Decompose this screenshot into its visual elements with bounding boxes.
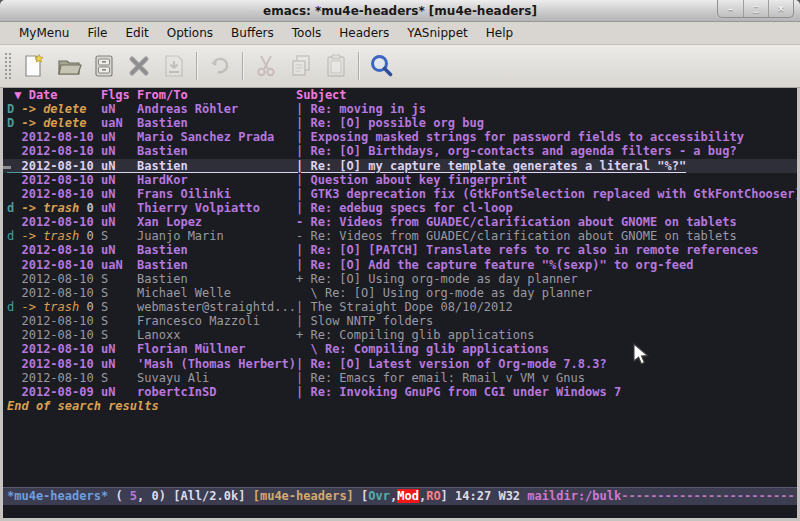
close-buffer-button[interactable] xyxy=(121,49,156,83)
modeline-segment: ( xyxy=(108,489,130,503)
paste-icon xyxy=(323,53,349,79)
menu-edit[interactable]: Edit xyxy=(117,23,158,43)
copy-button[interactable] xyxy=(283,49,318,83)
menu-buffers[interactable]: Buffers xyxy=(222,23,283,43)
message-row[interactable]: 2012-08-10 uN Bastien | Re: [O] [PATCH] … xyxy=(3,243,797,257)
menu-help[interactable]: Help xyxy=(477,23,522,43)
message-row[interactable]: 2012-08-10 uN Frans Oilinki | GTK3 depre… xyxy=(3,187,797,201)
message-row[interactable]: 2012-08-10 uN Florian Müllner \ Re: Comp… xyxy=(3,342,797,356)
save-as-button[interactable] xyxy=(156,49,191,83)
modeline-segment: 14:27 W32 xyxy=(455,489,527,503)
message-row[interactable]: D -> delete uaN Bastien | Re: [O] possib… xyxy=(3,116,797,130)
toolbar-separator xyxy=(196,52,197,80)
message-row[interactable]: 2012-08-10 S Michael Welle \ Re: [O] Usi… xyxy=(3,286,797,300)
message-row[interactable]: 2012-08-10 uN Bastien | Re: [O] my captu… xyxy=(3,159,797,173)
emacs-window: emacs: *mu4e-headers* [mu4e-headers] – ◻… xyxy=(0,0,800,521)
modeline-segment: ------------------------ xyxy=(621,489,794,503)
menu-mymenu[interactable]: MyMenu xyxy=(10,23,78,43)
open-folder-icon xyxy=(56,53,82,79)
fringe-indicator xyxy=(3,166,11,169)
menu-headers[interactable]: Headers xyxy=(330,23,398,43)
message-row[interactable]: 2012-08-10 uN 'Mash (Thomas Herbert)| Re… xyxy=(3,357,797,371)
message-row[interactable]: 2012-08-10 S Bastien + Re: [O] Using org… xyxy=(3,272,797,286)
echo-area[interactable] xyxy=(3,505,797,518)
message-row[interactable]: 2012-08-10 S Francesco Mazzoli | Slow NN… xyxy=(3,314,797,328)
menu-tools[interactable]: Tools xyxy=(283,23,331,43)
window-title: emacs: *mu4e-headers* [mu4e-headers] xyxy=(263,4,537,18)
message-row[interactable]: d -> trash 0 uN Thierry Volpiatto | Re: … xyxy=(3,201,797,215)
message-row[interactable]: 2012-08-10 uN Bastien | Re: [O] Birthday… xyxy=(3,144,797,158)
message-row[interactable]: 2012-08-10 uaN Bastien | Re: [O] Add the… xyxy=(3,258,797,272)
cut-icon xyxy=(253,53,279,79)
undo-button[interactable] xyxy=(202,49,237,83)
menu-file[interactable]: File xyxy=(78,23,116,43)
menu-options[interactable]: Options xyxy=(158,23,222,43)
paste-button[interactable] xyxy=(318,49,353,83)
modeline-segment: 0 xyxy=(152,489,159,503)
message-row[interactable]: 2012-08-10 uN Mario Sanchez Prada | Expo… xyxy=(3,130,797,144)
toolbar-separator xyxy=(358,52,359,80)
new-document-button[interactable] xyxy=(16,49,51,83)
modeline-segment: RO xyxy=(426,489,440,503)
message-row[interactable]: d -> trash 0 S Juanjo Marin - Re: Videos… xyxy=(3,229,797,243)
headers-buffer: ▼ Date Flgs From/To Subject D -> delete … xyxy=(3,88,797,487)
toolbar xyxy=(0,45,800,88)
modeline-segment: [All/2.0k] xyxy=(173,489,252,503)
window-controls: – ◻ ✕ xyxy=(717,0,794,18)
menu-bar: MyMenuFileEditOptionsBuffersToolsHeaders… xyxy=(0,22,800,45)
message-row[interactable]: D -> delete uN Andreas Röhler | Re: movi… xyxy=(3,102,797,116)
message-row[interactable]: 2012-08-09 uN robertcInSD | Re: Invoking… xyxy=(3,385,797,399)
close-button[interactable]: ✕ xyxy=(768,0,793,17)
modeline-segment: , xyxy=(137,489,151,503)
toolbar-grip[interactable] xyxy=(3,51,12,81)
message-row[interactable]: d -> trash 0 S webmaster@straightd...| T… xyxy=(3,300,797,314)
message-row[interactable]: 2012-08-10 S Suvayu Ali | Re: Emacs for … xyxy=(3,371,797,385)
message-row[interactable]: 2012-08-10 S Lanoxx + Re: Compiling glib… xyxy=(3,328,797,342)
message-list: D -> delete uN Andreas Röhler | Re: movi… xyxy=(3,102,797,399)
save-buffer-button[interactable] xyxy=(86,49,121,83)
modeline-segment: maildir:/bulk xyxy=(527,489,621,503)
close-buffer-icon xyxy=(126,53,152,79)
modeline-segment: 5 xyxy=(130,489,137,503)
cut-button[interactable] xyxy=(248,49,283,83)
copy-icon xyxy=(288,53,314,79)
modeline-segment: ] xyxy=(441,489,455,503)
message-row[interactable]: 2012-08-10 uN Xan Lopez - Re: Videos fro… xyxy=(3,215,797,229)
search-button[interactable] xyxy=(364,49,399,83)
modeline-segment: *mu4e-headers* xyxy=(7,489,108,503)
save-buffer-icon xyxy=(91,53,117,79)
header-line[interactable]: ▼ Date Flgs From/To Subject xyxy=(3,88,797,102)
title-bar[interactable]: emacs: *mu4e-headers* [mu4e-headers] – ◻… xyxy=(0,0,800,22)
mode-line: *mu4e-headers* ( 5, 0) [All/2.0k] [mu4e-… xyxy=(3,487,797,505)
modeline-segment: [mu4e-headers] xyxy=(253,489,361,503)
message-row[interactable]: 2012-08-10 uN HardKor | Question about k… xyxy=(3,173,797,187)
maximize-button[interactable]: ◻ xyxy=(743,0,768,17)
toolbar-separator xyxy=(242,52,243,80)
undo-icon xyxy=(207,53,233,79)
modeline-segment: ) xyxy=(159,489,173,503)
menu-yasnippet[interactable]: YASnippet xyxy=(398,23,477,43)
end-of-results: End of search results xyxy=(3,399,797,413)
modeline-segment: Ovr xyxy=(368,489,390,503)
open-folder-button[interactable] xyxy=(51,49,86,83)
search-icon xyxy=(369,53,395,79)
modeline-segment: Mod xyxy=(397,489,419,503)
minimize-button[interactable]: – xyxy=(718,0,743,17)
new-document-icon xyxy=(21,53,47,79)
save-as-icon xyxy=(161,53,187,79)
